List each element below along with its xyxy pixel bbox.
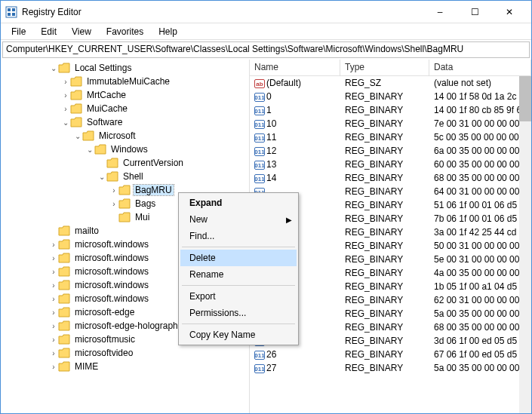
folder-icon xyxy=(58,239,70,250)
value-type: REG_BINARY xyxy=(340,363,429,373)
tree-item[interactable]: ⌄Shell xyxy=(1,170,249,183)
tree-item[interactable]: ›MuiCache xyxy=(1,102,249,115)
tree-label: Microsoft xyxy=(97,130,137,141)
context-menu-item[interactable]: New▶ xyxy=(180,211,297,228)
value-data: 60 00 35 00 00 00 00 xyxy=(429,159,531,170)
chevron-down-icon[interactable]: ⌄ xyxy=(97,173,106,181)
tree-item[interactable]: ⌄Software xyxy=(1,115,249,129)
context-menu-label: Find... xyxy=(189,231,214,241)
tree-label: Bags xyxy=(134,198,157,209)
menu-help[interactable]: Help xyxy=(152,25,183,38)
chevron-right-icon[interactable]: › xyxy=(49,308,58,317)
context-menu-item[interactable]: Rename xyxy=(180,266,297,283)
binary-value-icon: 011 xyxy=(254,161,265,170)
list-row[interactable]: ab(Default)REG_SZ(value not set) xyxy=(250,76,531,90)
string-value-icon: ab xyxy=(254,79,265,88)
chevron-right-icon[interactable]: › xyxy=(49,322,58,330)
value-type: REG_BINARY xyxy=(340,336,429,346)
maximize-button[interactable]: ☐ xyxy=(457,1,492,23)
folder-icon xyxy=(58,334,70,345)
chevron-right-icon[interactable]: › xyxy=(49,295,58,303)
value-data: 7b 06 1f 00 01 06 d5 xyxy=(429,213,531,224)
list-row[interactable]: 01126REG_BINARY67 06 1f 00 ed 05 d5 xyxy=(250,348,531,361)
minimize-button[interactable]: – xyxy=(423,1,457,23)
context-menu-item[interactable]: Delete xyxy=(180,250,297,266)
tree-item[interactable]: ⌄Microsoft xyxy=(1,129,249,143)
tree-label: microsoftvideo xyxy=(73,348,134,358)
chevron-down-icon[interactable]: ⌄ xyxy=(73,132,82,140)
tree-label: BagMRU xyxy=(134,185,174,195)
tree-item[interactable]: ›ImmutableMuiCache xyxy=(1,75,249,88)
chevron-right-icon[interactable]: › xyxy=(61,105,70,113)
menu-view[interactable]: View xyxy=(66,25,97,38)
tree-label: microsoft-edge xyxy=(73,307,136,317)
chevron-down-icon[interactable]: ⌄ xyxy=(61,118,70,127)
list-row[interactable]: 01112REG_BINARY6a 00 35 00 00 00 00 xyxy=(250,144,531,158)
chevron-down-icon[interactable]: ⌄ xyxy=(85,146,94,154)
value-type: REG_BINARY xyxy=(340,308,429,319)
value-data: (value not set) xyxy=(429,78,531,88)
value-data: 51 06 1f 00 01 06 d5 xyxy=(429,200,531,210)
tree-item[interactable]: ⌄Windows xyxy=(1,143,249,156)
chevron-right-icon[interactable]: › xyxy=(49,268,58,276)
tree-item[interactable]: ⌄Local Settings xyxy=(1,61,249,75)
context-menu-item[interactable]: Expand xyxy=(180,195,297,211)
list-row[interactable]: 01127REG_BINARY5a 00 35 00 00 00 00 xyxy=(250,361,531,375)
context-menu-item[interactable]: Copy Key Name xyxy=(180,327,297,343)
context-menu-item[interactable]: Export xyxy=(180,288,297,305)
list-row[interactable]: 01110REG_BINARY7e 00 31 00 00 00 00 xyxy=(250,117,531,130)
binary-value-icon: 011 xyxy=(254,147,265,156)
svg-rect-1 xyxy=(8,8,11,11)
chevron-right-icon[interactable]: › xyxy=(49,363,58,371)
chevron-right-icon[interactable]: › xyxy=(109,200,118,208)
chevron-right-icon[interactable]: › xyxy=(61,78,70,86)
vertical-scrollbar[interactable] xyxy=(519,76,531,413)
tree-label: mailto xyxy=(73,225,100,236)
value-data: 5a 00 35 00 00 00 00 xyxy=(429,308,531,319)
value-data: 62 00 31 00 00 00 00 xyxy=(429,295,531,305)
column-type[interactable]: Type xyxy=(340,60,429,75)
list-row[interactable]: 0110REG_BINARY14 00 1f 58 0d 1a 2c xyxy=(250,90,531,103)
tree-label: Software xyxy=(85,117,124,127)
column-data[interactable]: Data xyxy=(429,60,531,75)
chevron-right-icon[interactable]: › xyxy=(61,91,70,100)
menu-file[interactable]: File xyxy=(5,25,32,38)
chevron-right-icon[interactable]: › xyxy=(49,336,58,344)
value-type: REG_BINARY xyxy=(340,146,429,156)
tree-label: microsoft.windows xyxy=(73,280,150,290)
chevron-down-icon[interactable]: ⌄ xyxy=(49,64,58,72)
tree-item[interactable]: ›MIME xyxy=(1,360,249,373)
menu-separator xyxy=(182,285,295,286)
chevron-right-icon[interactable]: › xyxy=(49,281,58,290)
list-row[interactable]: 01113REG_BINARY60 00 35 00 00 00 00 xyxy=(250,158,531,171)
folder-icon xyxy=(58,293,70,304)
tree-label: MrtCache xyxy=(85,90,128,100)
tree-item[interactable]: ›microsoftvideo xyxy=(1,346,249,360)
app-icon xyxy=(5,6,17,18)
chevron-right-icon[interactable]: › xyxy=(49,241,58,249)
chevron-right-icon[interactable]: › xyxy=(49,254,58,262)
tree-item[interactable]: ›MrtCache xyxy=(1,88,249,102)
window-title: Registry Editor xyxy=(22,7,423,17)
chevron-right-icon[interactable]: › xyxy=(109,186,118,195)
context-menu-item[interactable]: Permissions... xyxy=(180,305,297,321)
list-row[interactable]: 01111REG_BINARY5c 00 35 00 00 00 00 xyxy=(250,130,531,144)
tree-label: Windows xyxy=(109,144,149,155)
folder-icon xyxy=(118,198,131,209)
chevron-right-icon[interactable]: › xyxy=(49,349,58,357)
tree-item[interactable]: CurrentVersion xyxy=(1,156,249,170)
column-name[interactable]: Name xyxy=(250,60,340,75)
folder-icon xyxy=(70,90,82,100)
tree-label: microsoft.windows xyxy=(73,266,150,277)
address-bar[interactable]: Computer\HKEY_CURRENT_USER\Software\Clas… xyxy=(2,41,530,58)
menu-favorites[interactable]: Favorites xyxy=(100,25,149,38)
close-button[interactable]: ✕ xyxy=(492,1,527,23)
menu-edit[interactable]: Edit xyxy=(35,25,63,38)
context-menu-item[interactable]: Find... xyxy=(180,228,297,244)
scrollbar-thumb[interactable] xyxy=(519,76,531,121)
value-type: REG_BINARY xyxy=(340,213,429,224)
list-row[interactable]: 01114REG_BINARY68 00 35 00 00 00 00 xyxy=(250,171,531,185)
folder-icon xyxy=(106,158,118,168)
value-data: 6a 00 35 00 00 00 00 xyxy=(429,146,531,156)
list-row[interactable]: 0111REG_BINARY14 00 1f 80 cb 85 9f 6 xyxy=(250,103,531,117)
